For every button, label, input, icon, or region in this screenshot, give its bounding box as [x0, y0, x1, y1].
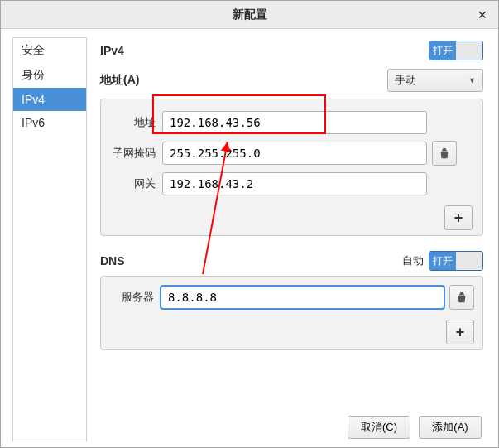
trash-icon: [439, 147, 450, 159]
gateway-input[interactable]: [162, 172, 427, 195]
trash-icon: [456, 291, 468, 303]
main-panel: IPv4 打开 地址(A) 手动 ▼ 地址 子网掩码: [87, 29, 498, 447]
ipv4-toggle[interactable]: 打开: [429, 41, 483, 60]
delete-dns-button[interactable]: [449, 285, 474, 310]
netmask-input[interactable]: [162, 142, 427, 165]
titlebar: 新配置 ✕: [1, 1, 498, 29]
sidebar-item-security[interactable]: 安全: [13, 38, 86, 63]
toggle-on-label: 打开: [429, 41, 456, 60]
dns-header: DNS 自动 打开: [100, 251, 483, 271]
sidebar-item-identity[interactable]: 身份: [13, 63, 86, 88]
dns-server-input[interactable]: [161, 286, 444, 309]
add-dns-button[interactable]: +: [446, 320, 474, 344]
sidebar-item-ipv6[interactable]: IPv6: [13, 111, 86, 134]
delete-address-button[interactable]: [432, 141, 457, 166]
ipv4-title: IPv4: [100, 44, 124, 57]
addresses-header: 地址(A) 手动 ▼: [100, 69, 483, 92]
address-label: 地址: [111, 115, 162, 130]
method-value: 手动: [395, 73, 416, 88]
sidebar: 安全 身份 IPv4 IPv6: [12, 37, 87, 441]
cancel-button[interactable]: 取消(C): [348, 416, 410, 439]
dns-toggle-on-label: 打开: [429, 252, 456, 270]
dns-server-row: 服务器: [109, 285, 474, 310]
method-select[interactable]: 手动 ▼: [387, 69, 483, 92]
toggle-off-pad: [456, 41, 482, 60]
dns-panel: 服务器 +: [100, 276, 483, 350]
ipv4-header: IPv4 打开: [100, 41, 483, 60]
dns-auto-label: 自动: [402, 253, 424, 268]
dns-toggle-off-pad: [456, 252, 482, 270]
add-address-button[interactable]: +: [444, 205, 473, 230]
chevron-down-icon: ▼: [468, 76, 476, 84]
dns-title: DNS: [100, 254, 125, 267]
dialog-title: 新配置: [1, 7, 498, 22]
gateway-label: 网关: [111, 176, 162, 191]
close-icon[interactable]: ✕: [472, 4, 493, 26]
footer: 取消(C) 添加(A): [348, 411, 492, 439]
add-button[interactable]: 添加(A): [419, 416, 482, 439]
gateway-row: 网关: [111, 172, 473, 195]
dialog-body: 安全 身份 IPv4 IPv6 IPv4 打开 地址(A) 手动 ▼: [1, 29, 498, 447]
netmask-row: 子网掩码: [111, 141, 473, 166]
dns-server-label: 服务器: [109, 290, 161, 305]
address-input[interactable]: [162, 111, 427, 134]
netmask-label: 子网掩码: [111, 146, 162, 161]
addresses-title: 地址(A): [100, 73, 139, 88]
address-row: 地址: [111, 111, 473, 134]
addresses-panel: 地址 子网掩码 网关 +: [100, 99, 483, 236]
sidebar-item-ipv4[interactable]: IPv4: [13, 88, 86, 111]
dns-toggle[interactable]: 打开: [429, 251, 483, 271]
dialog: 新配置 ✕ 安全 身份 IPv4 IPv6 IPv4 打开 地址(A) 手动 ▼: [0, 0, 499, 448]
